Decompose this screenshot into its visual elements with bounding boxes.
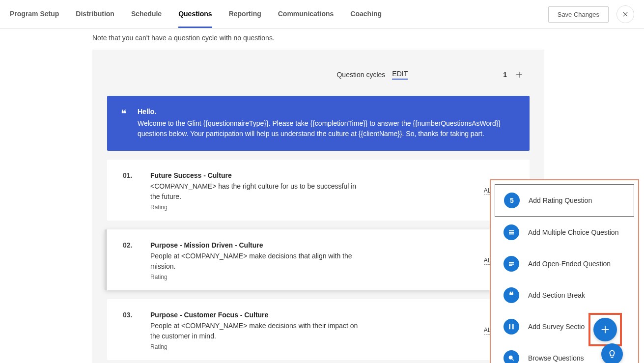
menu-label: Browse Questions [528, 354, 584, 362]
menu-label: Add Open-Ended Question [528, 260, 611, 268]
tab-coaching[interactable]: Coaching [350, 1, 382, 28]
close-icon [622, 11, 629, 18]
menu-label: Add Survey Sectio [528, 323, 585, 331]
question-title: Future Success - Culture [150, 171, 472, 179]
plus-icon [515, 70, 524, 79]
fab-highlight [588, 313, 622, 346]
save-changes-button[interactable]: Save Changes [548, 6, 609, 23]
menu-add-section-break[interactable]: ❝ Add Section Break [495, 279, 634, 311]
rating-badge-icon: 5 [504, 193, 520, 208]
add-fab[interactable] [593, 318, 617, 341]
tab-questions[interactable]: Questions [178, 1, 212, 28]
quote-icon: ❝ [121, 108, 127, 120]
menu-add-multiple-choice[interactable]: Add Multiple Choice Question [495, 217, 634, 248]
intro-card[interactable]: ❝ Hello. Welcome to the Glint {{question… [107, 96, 530, 151]
tab-program-setup[interactable]: Program Setup [10, 1, 59, 28]
question-number: 03. [123, 311, 139, 350]
intro-title: Hello. [138, 108, 515, 115]
nav-tabs: Program Setup Distribution Schedule Ques… [10, 1, 382, 28]
note-text: Note that you can't have a question cycl… [92, 29, 644, 50]
question-text: People at <COMPANY_NAME> make decisions … [150, 321, 362, 341]
question-type: Rating [150, 274, 472, 280]
svg-rect-7 [509, 262, 513, 263]
cycles-label: Question cycles [336, 71, 385, 79]
question-card[interactable]: 01. Future Success - Culture <COMPANY_NA… [107, 160, 530, 221]
cycles-count: 1 [503, 71, 507, 79]
menu-label: Add Section Break [528, 291, 585, 299]
brackets-icon [504, 319, 519, 335]
lightbulb-icon [607, 349, 617, 359]
menu-add-rating[interactable]: 5 Add Rating Question [495, 184, 634, 217]
question-text: People at <COMPANY_NAME> make decisions … [150, 251, 362, 272]
tab-distribution[interactable]: Distribution [76, 1, 114, 28]
question-text: <COMPANY_NAME> has the right culture for… [150, 181, 362, 202]
svg-line-11 [512, 359, 513, 360]
list-icon [504, 224, 519, 240]
question-type: Rating [150, 204, 472, 211]
intro-body: Welcome to the Glint {{questionnaireType… [138, 118, 515, 139]
svg-rect-4 [509, 230, 513, 231]
question-title: Purpose - Mission Driven - Culture [150, 241, 472, 249]
menu-label: Add Multiple Choice Question [528, 228, 618, 236]
question-title: Purpose - Customer Focus - Culture [150, 311, 472, 319]
question-number: 01. [123, 171, 139, 211]
edit-cycles-link[interactable]: EDIT [392, 70, 408, 80]
question-card[interactable]: 02. Purpose - Mission Driven - Culture P… [105, 229, 530, 290]
plus-icon [600, 324, 611, 335]
svg-rect-8 [509, 264, 513, 264]
question-type: Rating [150, 343, 472, 350]
question-canvas: Question cycles EDIT 1 ❝ Hello. Welcome … [92, 50, 544, 363]
tab-reporting[interactable]: Reporting [229, 1, 261, 28]
menu-add-open-ended[interactable]: Add Open-Ended Question [495, 248, 634, 279]
hint-fab[interactable] [601, 343, 623, 363]
search-icon [504, 350, 519, 363]
svg-point-10 [509, 356, 512, 359]
close-button[interactable] [616, 5, 634, 23]
text-icon [504, 256, 519, 272]
svg-rect-5 [509, 232, 513, 232]
question-number: 02. [123, 241, 139, 280]
svg-rect-6 [509, 234, 513, 234]
quote-icon: ❝ [504, 287, 519, 303]
menu-label: Add Rating Question [529, 196, 592, 204]
add-cycle-button[interactable] [514, 69, 525, 80]
svg-rect-9 [509, 265, 512, 266]
tab-communications[interactable]: Communications [278, 1, 334, 28]
question-card[interactable]: 03. Purpose - Customer Focus - Culture P… [107, 299, 530, 360]
tab-schedule[interactable]: Schedule [131, 1, 162, 28]
